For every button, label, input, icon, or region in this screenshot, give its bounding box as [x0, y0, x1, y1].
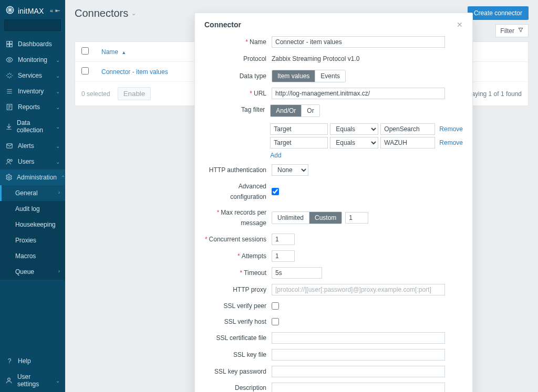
chevron-right-icon: › [58, 268, 60, 274]
users-icon [5, 158, 14, 165]
tag-name-input[interactable] [270, 123, 328, 135]
subnav-label: Audit log [15, 205, 40, 213]
sidebar-item-help[interactable]: ? Help [0, 353, 65, 369]
sidebar-search[interactable] [4, 19, 61, 31]
modal-title: Connector [204, 20, 241, 29]
adv-conf-checkbox[interactable] [272, 188, 279, 195]
chevron-down-icon: ⌄ [56, 143, 60, 149]
modal-header: Connector ✕ [204, 20, 463, 29]
http-proxy-input[interactable] [272, 284, 445, 295]
dashboards-icon [5, 40, 14, 48]
chevron-right-icon: › [58, 189, 60, 195]
reports-icon [5, 103, 14, 111]
tag-name-input[interactable] [270, 137, 328, 149]
ssl-peer-checkbox[interactable] [272, 302, 279, 310]
label-max-records: *Max records per message [204, 207, 272, 228]
attempts-input[interactable] [272, 250, 295, 262]
ssl-host-checkbox[interactable] [272, 318, 279, 325]
subnav-label: Queue [15, 268, 34, 276]
tag-row: Equals Remove [270, 123, 463, 135]
sidebar-item-services[interactable]: Services ⌄ [0, 68, 65, 83]
tag-op-select[interactable]: Equals [330, 137, 378, 149]
url-input[interactable] [272, 88, 445, 99]
tag-value-input[interactable] [380, 123, 435, 135]
tag-value-input[interactable] [380, 137, 435, 149]
max-records-segment: Unlimited Custom [272, 211, 342, 224]
subnav-label: Proxies [15, 237, 36, 244]
subnav-item-macros[interactable]: Macros [0, 248, 65, 264]
sidebar-item-data-collection[interactable]: Data collection ⌄ [0, 115, 65, 138]
sidebar-item-label: Data collection [17, 119, 51, 134]
connector-modal: Connector ✕ *Name Protocol Zabbix Stream… [194, 13, 473, 392]
inventory-icon [5, 88, 14, 95]
brand-logo-icon [5, 5, 15, 16]
sidebar-item-inventory[interactable]: Inventory ⌄ [0, 83, 65, 99]
subnav-item-proxies[interactable]: Proxies [0, 232, 65, 248]
max-records-unlimited[interactable]: Unlimited [272, 212, 309, 224]
svg-rect-5 [10, 45, 13, 47]
name-input[interactable] [272, 36, 445, 48]
tag-remove-link[interactable]: Remove [439, 125, 463, 133]
ssl-cert-input[interactable] [272, 332, 445, 344]
sidebar-item-alerts[interactable]: Alerts ⌄ [0, 138, 65, 154]
ssl-pw-input[interactable] [272, 366, 445, 377]
svg-point-11 [8, 176, 10, 178]
concurrent-input[interactable] [272, 234, 295, 245]
subnav-label: Housekeeping [15, 221, 56, 228]
pin-icon: ⇤ [55, 7, 60, 14]
sidebar-item-dashboards[interactable]: Dashboards [0, 36, 65, 52]
tag-row: Equals Remove [270, 137, 463, 149]
sidebar-item-label: User settings [17, 373, 51, 388]
sidebar-item-label: Monitoring [18, 56, 47, 63]
subnav-item-audit-log[interactable]: Audit log [0, 201, 65, 217]
svg-point-6 [8, 59, 11, 61]
label-ssl-pw: SSL key password [204, 366, 272, 377]
tag-op-select[interactable]: Equals [330, 123, 378, 135]
administration-icon [5, 174, 13, 181]
sidebar-item-user-settings[interactable]: User settings ⌄ [0, 369, 65, 392]
row-ssl-host: SSL verify host [204, 316, 463, 327]
tag-filter-mode-segment: And/Or Or [270, 104, 319, 117]
close-icon[interactable]: ✕ [457, 20, 463, 29]
description-textarea[interactable] [272, 383, 445, 392]
data-collection-icon [5, 123, 13, 130]
sidebar-collapse-controls[interactable]: « ⇤ [50, 7, 60, 14]
row-ssl-peer: SSL verify peer [204, 301, 463, 311]
data-type-item-values[interactable]: Item values [272, 70, 315, 82]
sidebar-item-administration[interactable]: Administration ⌃ [0, 169, 65, 185]
label-protocol: Protocol [204, 54, 272, 64]
tag-mode-or[interactable]: Or [301, 105, 319, 116]
max-records-input[interactable] [345, 212, 368, 224]
monitoring-icon [5, 56, 14, 63]
timeout-input[interactable] [272, 267, 322, 279]
protocol-value: Zabbix Streaming Protocol v1.0 [272, 53, 359, 65]
max-records-custom[interactable]: Custom [309, 212, 342, 224]
tag-add-link[interactable]: Add [270, 152, 281, 159]
sidebar-search-wrap [0, 19, 65, 36]
row-data-type: Data type Item values Events [204, 70, 463, 82]
tag-remove-link[interactable]: Remove [439, 139, 463, 146]
subnav-item-queue[interactable]: Queue › [0, 264, 65, 280]
data-type-events[interactable]: Events [315, 70, 345, 82]
sidebar-item-label: Inventory [18, 88, 44, 95]
label-tag-filter: Tag filter [204, 104, 270, 115]
ssl-key-input[interactable] [272, 349, 445, 361]
sidebar-item-reports[interactable]: Reports ⌄ [0, 99, 65, 115]
svg-rect-4 [7, 45, 9, 47]
tag-mode-andor[interactable]: And/Or [271, 105, 301, 116]
chevron-down-icon: ⌄ [56, 378, 60, 384]
label-url: *URL [204, 88, 272, 99]
row-max-records: *Max records per message Unlimited Custo… [204, 207, 463, 228]
http-auth-select[interactable]: None [272, 164, 308, 176]
sidebar-item-monitoring[interactable]: Monitoring ⌄ [0, 52, 65, 68]
row-ssl-key: SSL key file [204, 349, 463, 361]
subnav-item-housekeeping[interactable]: Housekeeping [0, 217, 65, 232]
row-name: *Name [204, 36, 463, 48]
chevron-down-icon: ⌄ [56, 89, 60, 94]
chevron-down-icon: ⌄ [56, 124, 60, 130]
subnav-item-general[interactable]: General › [0, 185, 65, 201]
svg-point-10 [11, 160, 13, 162]
subnav-label: Macros [15, 252, 36, 260]
sidebar-item-users[interactable]: Users ⌄ [0, 154, 65, 169]
sidebar-item-label: Services [18, 72, 42, 79]
